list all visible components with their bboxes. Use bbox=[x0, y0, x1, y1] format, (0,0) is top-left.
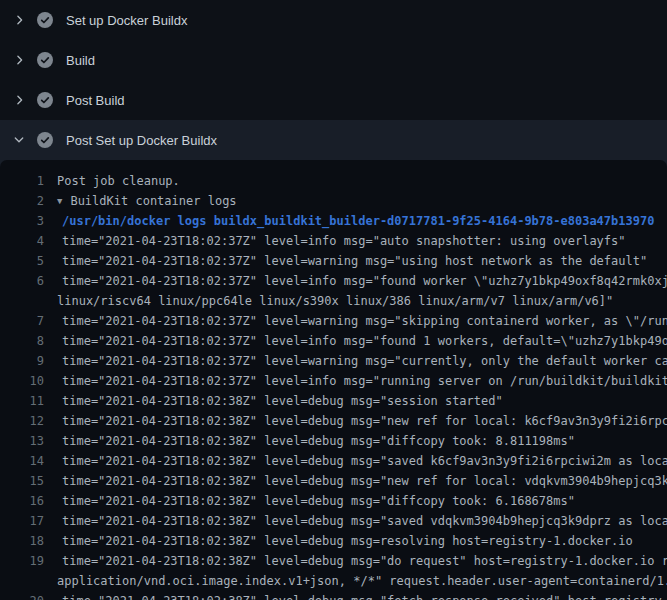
log-line: 2▼BuildKit container logs bbox=[0, 191, 667, 211]
log-line: 15time="2021-04-23T18:02:38Z" level=debu… bbox=[0, 471, 667, 491]
log-line-number[interactable]: 10 bbox=[0, 371, 44, 391]
step-row-set-up-docker-buildx[interactable]: Set up Docker Buildx bbox=[0, 0, 667, 40]
chevron-down-icon[interactable] bbox=[12, 133, 26, 147]
log-text: time="2021-04-23T18:02:38Z" level=debug … bbox=[62, 451, 667, 471]
log-text: time="2021-04-23T18:02:38Z" level=debug … bbox=[62, 431, 575, 451]
log-line-number[interactable]: 2 bbox=[0, 191, 44, 211]
log-line-number[interactable]: 4 bbox=[0, 231, 44, 251]
log-line-number[interactable]: 5 bbox=[0, 251, 44, 271]
log-line: 13time="2021-04-23T18:02:38Z" level=debu… bbox=[0, 431, 667, 451]
log-line: 1Post job cleanup. bbox=[0, 171, 667, 191]
check-circle-icon bbox=[37, 92, 53, 108]
log-text: time="2021-04-23T18:02:37Z" level=warnin… bbox=[62, 251, 647, 271]
log-line-number[interactable]: 11 bbox=[0, 391, 44, 411]
log-line-number[interactable]: 12 bbox=[0, 411, 44, 431]
step-label: Post Set up Docker Buildx bbox=[66, 133, 217, 148]
log-line: 19time="2021-04-23T18:02:38Z" level=debu… bbox=[0, 551, 667, 571]
log-line-number[interactable]: 1 bbox=[0, 171, 44, 191]
log-line: 7time="2021-04-23T18:02:37Z" level=warni… bbox=[0, 311, 667, 331]
log-line-number[interactable]: 20 bbox=[0, 591, 44, 600]
log-text: time="2021-04-23T18:02:38Z" level=debug … bbox=[62, 411, 667, 431]
log-line: 20time="2021-04-23T18:02:38Z" level=debu… bbox=[0, 591, 667, 600]
log-line: 11time="2021-04-23T18:02:38Z" level=debu… bbox=[0, 391, 667, 411]
log-line: 16time="2021-04-23T18:02:38Z" level=debu… bbox=[0, 491, 667, 511]
actions-log-viewer: Set up Docker BuildxBuildPost BuildPost … bbox=[0, 0, 667, 600]
log-line-number[interactable]: 9 bbox=[0, 351, 44, 371]
log-wrap: 1Post job cleanup.2▼BuildKit container l… bbox=[0, 160, 667, 600]
log-group-label: BuildKit container logs bbox=[70, 194, 236, 208]
group-collapse-triangle-icon[interactable]: ▼ bbox=[57, 196, 62, 206]
log-text: time="2021-04-23T18:02:37Z" level=warnin… bbox=[62, 311, 667, 331]
log-text: ▼BuildKit container logs bbox=[57, 191, 237, 211]
log-line: 4time="2021-04-23T18:02:37Z" level=info … bbox=[0, 231, 667, 251]
chevron-right-icon[interactable] bbox=[12, 53, 26, 67]
log-text: time="2021-04-23T18:02:38Z" level=debug … bbox=[62, 391, 503, 411]
log-line: 18time="2021-04-23T18:02:38Z" level=debu… bbox=[0, 531, 667, 551]
log-line-number[interactable]: 8 bbox=[0, 331, 44, 351]
log-text: linux/riscv64 linux/ppc64le linux/s390x … bbox=[57, 291, 613, 311]
log-line: 6time="2021-04-23T18:02:37Z" level=info … bbox=[0, 271, 667, 291]
step-label: Set up Docker Buildx bbox=[66, 13, 187, 28]
step-label: Post Build bbox=[66, 93, 125, 108]
log-text: time="2021-04-23T18:02:38Z" level=debug … bbox=[62, 531, 633, 551]
log-line-continuation: linux/riscv64 linux/ppc64le linux/s390x … bbox=[0, 291, 667, 311]
step-row-post-build[interactable]: Post Build bbox=[0, 80, 667, 120]
log-text: time="2021-04-23T18:02:37Z" level=info m… bbox=[62, 271, 667, 291]
check-circle-icon bbox=[37, 132, 53, 148]
check-circle-icon bbox=[37, 52, 53, 68]
log-line-number[interactable]: 6 bbox=[0, 271, 44, 291]
log-command-text: /usr/bin/docker logs buildx_buildkit_bui… bbox=[62, 211, 654, 231]
log-line-number[interactable]: 18 bbox=[0, 531, 44, 551]
log-lines[interactable]: 1Post job cleanup.2▼BuildKit container l… bbox=[0, 160, 667, 600]
log-text: time="2021-04-23T18:02:38Z" level=debug … bbox=[62, 491, 575, 511]
log-line: 5time="2021-04-23T18:02:37Z" level=warni… bbox=[0, 251, 667, 271]
log-line: 9time="2021-04-23T18:02:37Z" level=warni… bbox=[0, 351, 667, 371]
log-text: time="2021-04-23T18:02:37Z" level=info m… bbox=[62, 231, 626, 251]
log-line-number[interactable]: 16 bbox=[0, 491, 44, 511]
log-text: time="2021-04-23T18:02:37Z" level=info m… bbox=[62, 331, 667, 351]
log-line: 3/usr/bin/docker logs buildx_buildkit_bu… bbox=[0, 211, 667, 231]
log-line: 10time="2021-04-23T18:02:37Z" level=info… bbox=[0, 371, 667, 391]
log-line: 12time="2021-04-23T18:02:38Z" level=debu… bbox=[0, 411, 667, 431]
log-text: time="2021-04-23T18:02:38Z" level=debug … bbox=[62, 591, 667, 600]
log-line-continuation: application/vnd.oci.image.index.v1+json,… bbox=[0, 571, 667, 591]
check-circle-icon bbox=[37, 12, 53, 28]
log-line-number[interactable]: 19 bbox=[0, 551, 44, 571]
log-text: time="2021-04-23T18:02:38Z" level=debug … bbox=[62, 551, 667, 571]
log-text: time="2021-04-23T18:02:37Z" level=warnin… bbox=[62, 351, 667, 371]
step-label: Build bbox=[66, 53, 95, 68]
step-row-build[interactable]: Build bbox=[0, 40, 667, 80]
log-line-number[interactable]: 14 bbox=[0, 451, 44, 471]
log-line: 14time="2021-04-23T18:02:38Z" level=debu… bbox=[0, 451, 667, 471]
log-text: application/vnd.oci.image.index.v1+json,… bbox=[57, 571, 667, 591]
log-line: 8time="2021-04-23T18:02:37Z" level=info … bbox=[0, 331, 667, 351]
chevron-right-icon[interactable] bbox=[12, 13, 26, 27]
steps-list: Set up Docker BuildxBuildPost BuildPost … bbox=[0, 0, 667, 160]
log-line: 17time="2021-04-23T18:02:38Z" level=debu… bbox=[0, 511, 667, 531]
log-text: time="2021-04-23T18:02:37Z" level=info m… bbox=[62, 371, 667, 391]
log-text: Post job cleanup. bbox=[57, 171, 180, 191]
log-line-number[interactable]: 17 bbox=[0, 511, 44, 531]
log-line-number[interactable]: 3 bbox=[0, 211, 44, 231]
log-line-number[interactable]: 7 bbox=[0, 311, 44, 331]
chevron-right-icon[interactable] bbox=[12, 93, 26, 107]
log-line-number[interactable]: 15 bbox=[0, 471, 44, 491]
log-text: time="2021-04-23T18:02:38Z" level=debug … bbox=[62, 511, 667, 531]
log-line-number[interactable]: 13 bbox=[0, 431, 44, 451]
step-row-post-set-up-docker-buildx[interactable]: Post Set up Docker Buildx bbox=[0, 120, 667, 160]
log-text: time="2021-04-23T18:02:38Z" level=debug … bbox=[62, 471, 667, 491]
